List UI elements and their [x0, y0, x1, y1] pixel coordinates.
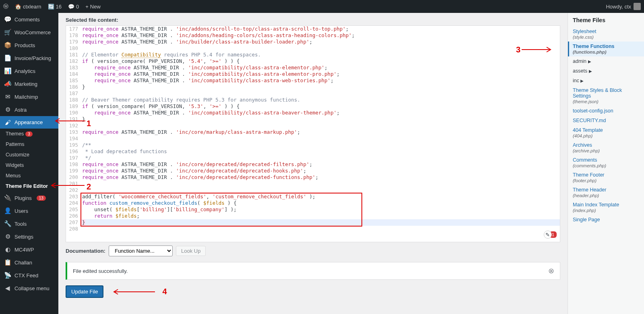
theme-file-toolset-config-json[interactable]: toolset-config.json: [568, 106, 644, 116]
code-line[interactable]: 206 return $fields;: [66, 213, 560, 219]
code-line[interactable]: 182if ( version_compare( PHP_VERSION, '5…: [66, 58, 560, 64]
collapse-menu[interactable]: ◀Collapse menu: [0, 282, 58, 295]
code-line[interactable]: 191}: [66, 116, 560, 123]
menu-icon: 👤: [4, 207, 11, 214]
documentation-label: Documentation:: [66, 248, 105, 254]
code-line[interactable]: 197 */: [66, 155, 560, 161]
code-line[interactable]: 208: [66, 226, 560, 232]
code-line[interactable]: 179require_once ASTRA_THEME_DIR . 'inc/b…: [66, 39, 560, 45]
sidebar-item-invoice-packing[interactable]: 📄Invoice/Packing: [0, 52, 58, 64]
code-line[interactable]: 199require_once ASTRA_THEME_DIR . 'inc/c…: [66, 168, 560, 174]
menu-icon: 📣: [4, 80, 11, 87]
theme-file-single-page[interactable]: Single Page: [568, 215, 644, 225]
menu-icon: ⚙: [4, 106, 11, 113]
updates-count[interactable]: 🔄 16: [48, 4, 62, 10]
theme-file-theme-functions[interactable]: Theme Functions(functions.php): [568, 42, 644, 56]
code-line[interactable]: 188// Beaver Themer compatibility requir…: [66, 97, 560, 103]
theme-file-archives[interactable]: Archives(archive.php): [568, 140, 644, 155]
sidebar-item-comments[interactable]: 💬Comments: [0, 13, 58, 26]
new-content[interactable]: + New: [85, 4, 101, 10]
update-file-button[interactable]: Update File: [66, 285, 103, 298]
collapse-icon: ◀: [4, 285, 11, 292]
code-line[interactable]: 178require_once ASTRA_THEME_DIR . 'inc/a…: [66, 32, 560, 39]
theme-folder-assets[interactable]: assets ▶: [568, 66, 644, 76]
code-line[interactable]: 180: [66, 45, 560, 52]
code-line[interactable]: 202: [66, 187, 560, 193]
theme-folder-inc[interactable]: inc ▶: [568, 76, 644, 85]
code-line[interactable]: 177require_once ASTRA_THEME_DIR . 'inc/a…: [66, 26, 560, 32]
code-line[interactable]: 189if ( version_compare( PHP_VERSION, '5…: [66, 103, 560, 110]
sidebar-item-mailchimp[interactable]: ✉Mailchimp: [0, 90, 58, 103]
code-line[interactable]: 185 require_once ASTRA_THEME_DIR . 'inc/…: [66, 77, 560, 84]
theme-file-main-index-template[interactable]: Main Index Template(index.php): [568, 200, 644, 215]
lint-badge[interactable]: ✎1: [544, 231, 557, 239]
code-line[interactable]: 204function custom_remove_checkout_field…: [66, 200, 560, 206]
code-line[interactable]: 187: [66, 90, 560, 97]
sidebar-item-products[interactable]: 📦Products: [0, 39, 58, 52]
menu-icon: 🛒: [4, 29, 11, 36]
menu-icon: 🔌: [4, 194, 11, 202]
sidebar-item-tools[interactable]: 🔧Tools: [0, 217, 58, 230]
code-line[interactable]: 207}: [66, 219, 560, 226]
theme-folder-admin[interactable]: admin ▶: [568, 56, 644, 66]
theme-file-theme-header[interactable]: Theme Header(header.php): [568, 185, 644, 200]
code-line[interactable]: 183 require_once ASTRA_THEME_DIR . 'inc/…: [66, 64, 560, 71]
lookup-button[interactable]: Look Up: [176, 246, 206, 256]
code-line[interactable]: 201: [66, 181, 560, 187]
sidebar-item-appearance[interactable]: 🖌Appearance: [0, 116, 58, 129]
code-editor[interactable]: 177require_once ASTRA_THEME_DIR . 'inc/a…: [66, 25, 560, 242]
function-name-select[interactable]: Function Name...: [109, 245, 173, 256]
annotation-arrow-1: [53, 117, 85, 125]
menu-icon: ◐: [4, 246, 11, 253]
sidebar-item-astra[interactable]: ⚙Astra: [0, 103, 58, 116]
submenu-item-patterns[interactable]: Patterns: [0, 139, 58, 150]
code-line[interactable]: 195/**: [66, 142, 560, 148]
sidebar-item-users[interactable]: 👤Users: [0, 204, 58, 217]
code-line[interactable]: 205 unset( $fields['billing']['billing_c…: [66, 206, 560, 213]
sidebar-item-mc4wp[interactable]: ◐MC4WP: [0, 243, 58, 256]
annotation-arrow-4: [111, 288, 155, 296]
code-line[interactable]: 181// Elementor Compatibility requires P…: [66, 52, 560, 58]
theme-file-security-md[interactable]: SECURITY.md: [568, 116, 644, 125]
annotation-arrow-3: [522, 46, 554, 54]
annotation-arrow-2: [49, 181, 85, 189]
menu-icon: 📦: [4, 42, 11, 49]
code-line[interactable]: 186}: [66, 84, 560, 90]
sidebar-item-challan[interactable]: 📋Challan: [0, 256, 58, 269]
code-line[interactable]: 194: [66, 135, 560, 142]
wp-logo[interactable]: ⓦ: [3, 3, 8, 10]
code-line[interactable]: 192: [66, 123, 560, 129]
theme-file-stylesheet[interactable]: Stylesheet(style.css): [568, 27, 644, 42]
theme-file-comments[interactable]: Comments(comments.php): [568, 155, 644, 170]
menu-icon: ✉: [4, 93, 11, 100]
sidebar-item-analytics[interactable]: 📊Analytics: [0, 64, 58, 77]
code-line[interactable]: 198require_once ASTRA_THEME_DIR . 'inc/c…: [66, 161, 560, 168]
submenu-item-customize[interactable]: Customize: [0, 150, 58, 160]
menu-icon: 🔧: [4, 220, 11, 227]
success-notice: File edited successfully. ⊗: [66, 262, 560, 280]
selected-file-label: Selected file content:: [58, 15, 568, 25]
submenu-item-menus[interactable]: Menus: [0, 171, 58, 181]
dismiss-notice[interactable]: ⊗: [548, 266, 554, 275]
theme-file-404-template[interactable]: 404 Template(404.php): [568, 125, 644, 140]
theme-file-theme-styles-block-settings[interactable]: Theme Styles & Block Settings(theme.json…: [568, 85, 644, 106]
sidebar-item-settings[interactable]: ⚙Settings: [0, 230, 58, 243]
sidebar-item-marketing[interactable]: 📣Marketing: [0, 77, 58, 90]
code-line[interactable]: 190 require_once ASTRA_THEME_DIR . 'inc/…: [66, 110, 560, 116]
code-line[interactable]: 196 * Load deprecated functions: [66, 148, 560, 155]
sidebar-item-plugins[interactable]: 🔌Plugins13: [0, 191, 58, 204]
code-line[interactable]: 193require_once ASTRA_THEME_DIR . 'inc/c…: [66, 129, 560, 135]
code-line[interactable]: 203add_filter( 'woocommerce_checkout_fie…: [66, 193, 560, 200]
sidebar-item-woocommerce[interactable]: 🛒WooCommerce: [0, 26, 58, 39]
submenu-item-themes[interactable]: Themes3: [0, 129, 58, 139]
submenu-item-widgets[interactable]: Widgets: [0, 160, 58, 171]
menu-icon: ⚙: [4, 233, 11, 240]
code-line[interactable]: 184 require_once ASTRA_THEME_DIR . 'inc/…: [66, 71, 560, 77]
site-home[interactable]: 🏠 ctxlearn: [15, 4, 41, 10]
code-line[interactable]: 200require_once ASTRA_THEME_DIR . 'inc/c…: [66, 174, 560, 181]
howdy-account[interactable]: Howdy, ctx: [606, 3, 641, 10]
admin-sidebar: 💬Comments🛒WooCommerce📦Products📄Invoice/P…: [0, 13, 58, 314]
sidebar-item-ctx-feed[interactable]: 📡CTX Feed: [0, 269, 58, 282]
comments-count[interactable]: 💬 0: [68, 4, 79, 10]
theme-file-theme-footer[interactable]: Theme Footer(footer.php): [568, 170, 644, 185]
